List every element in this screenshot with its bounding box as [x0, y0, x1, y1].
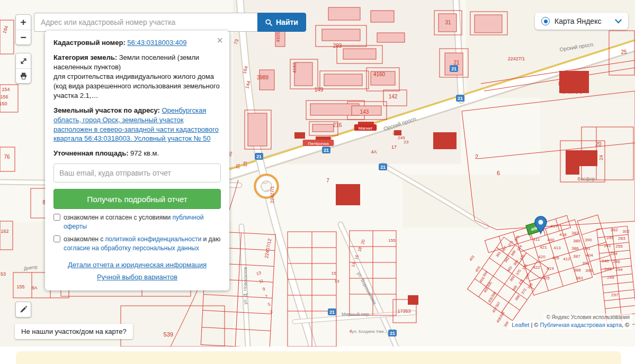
- privacy-agreement-text: ознакомлен с политикой конфиденциальност…: [64, 235, 221, 252]
- map-label: 76: [4, 154, 10, 160]
- attribution-tail: , ©: [622, 322, 629, 328]
- attribution-separator: | ©: [529, 322, 540, 328]
- map-label: 245: [606, 235, 614, 240]
- map-label: 155: [388, 238, 396, 243]
- map-label: 413: [553, 245, 561, 250]
- map-label: 420: [538, 254, 545, 259]
- panel-close-button[interactable]: ×: [216, 34, 224, 47]
- map-label: 154: [2, 87, 10, 92]
- search-button-label: Найти: [276, 18, 298, 26]
- svg-text:21: 21: [256, 154, 262, 159]
- map-label: 240: [602, 259, 609, 263]
- svg-text:21: 21: [458, 96, 463, 101]
- svg-text:21: 21: [451, 66, 457, 71]
- map-label: 31: [235, 163, 240, 169]
- map-label: 13: [335, 279, 339, 284]
- map-label: 4А: [371, 149, 377, 154]
- privacy-policy-link[interactable]: политикой конфиденциальности: [105, 235, 201, 243]
- map-label: 21: [453, 60, 460, 66]
- layer-radio[interactable]: [541, 17, 550, 25]
- offer-agreement-checkbox[interactable]: [53, 214, 60, 221]
- map-label: 216: [333, 122, 342, 128]
- offer-agreement-text: ознакомлен и согласен с условиями публич…: [64, 213, 221, 231]
- road-shield: 21: [328, 308, 336, 315]
- land-category-note: для строительства индивидуального жилого…: [53, 72, 221, 101]
- map-label: Мирный пер.: [342, 312, 370, 317]
- map-label: 283: [618, 236, 625, 241]
- report-details-link[interactable]: Детали отчета и юридическая информация: [53, 260, 221, 270]
- svg-text:21: 21: [380, 165, 386, 170]
- map-label: 255: [615, 244, 623, 249]
- map-label: 142: [389, 94, 398, 99]
- area-row: Уточненная площадь: 972 кв.м.: [53, 149, 221, 158]
- map-label: 246: [613, 259, 620, 264]
- map-label: ул. Богдана Хме...: [352, 329, 387, 334]
- map-label: 254: [610, 251, 618, 256]
- poi-chip: Пятёрочка: [303, 140, 334, 146]
- map-label: 8А: [31, 285, 37, 290]
- zoom-in-button[interactable]: +: [16, 15, 31, 30]
- map-label: 236: [392, 131, 400, 135]
- road-shield: 21: [388, 330, 397, 336]
- map-label: 422: [533, 265, 540, 270]
- road-shield: 21: [255, 153, 263, 160]
- cadastral-number-link[interactable]: 56:43:0318003:409: [127, 39, 186, 47]
- privacy-agreement-checkbox[interactable]: [53, 235, 60, 242]
- map-label: 412: [563, 257, 570, 261]
- map-label: 17353: [397, 308, 410, 314]
- map-label: 3989: [257, 75, 269, 80]
- map-label: 262: [611, 228, 618, 232]
- map-label: 155: [16, 284, 24, 289]
- map-label: Босфор: [578, 176, 595, 181]
- road-shield: 21: [450, 65, 458, 72]
- map-label: 156: [0, 94, 8, 99]
- map-label: ул. Д. Новоселов: [243, 267, 248, 304]
- layer-selected-label: Карта Яндекс: [554, 17, 610, 25]
- map-label: 22427/1: [270, 186, 275, 204]
- map-label: 241: [604, 243, 611, 248]
- manual-select-link[interactable]: Ручной выбор вариантов: [53, 272, 221, 282]
- map-label: 294: [615, 267, 623, 272]
- layer-radio-dot: [544, 20, 548, 23]
- layer-selector[interactable]: Карта Яндекс: [535, 13, 628, 30]
- privacy-agreement-row[interactable]: ознакомлен с политикой конфиденциальност…: [53, 235, 221, 252]
- map-label: 419: [547, 266, 554, 271]
- map-label: 418: [559, 232, 567, 237]
- pkk-link[interactable]: Публичная кадастровая карта: [540, 322, 622, 328]
- address-row: Земельный участок по адресу: Оренбургска…: [53, 106, 221, 144]
- map-label: 385: [573, 239, 580, 243]
- map-label: 411: [533, 237, 540, 242]
- leaflet-link[interactable]: Leaflet: [512, 322, 529, 328]
- road-shield: 21: [322, 147, 330, 153]
- map-label: 382: [571, 231, 579, 235]
- map-attribution: Leaflet | © Публичная кадастровая карта,…: [508, 321, 632, 329]
- map-label: 4: [349, 329, 352, 334]
- search-input[interactable]: [34, 13, 257, 32]
- map-label: 426: [552, 256, 559, 260]
- zoom-out-button[interactable]: −: [16, 30, 31, 44]
- area-value: 972 кв.м.: [130, 149, 159, 157]
- map-label: 6: [497, 170, 500, 176]
- email-input[interactable]: [53, 163, 221, 183]
- print-button[interactable]: [16, 68, 31, 83]
- get-report-button[interactable]: Получить подробный отчет: [53, 189, 221, 209]
- map-label: 417: [550, 224, 558, 229]
- svg-text:21: 21: [324, 148, 329, 153]
- map-label: 539: [164, 331, 173, 338]
- parcel-info-panel: × Кадастровый номер: 56:43:0318003:409 К…: [45, 31, 229, 290]
- pencil-icon: [19, 305, 28, 314]
- personal-data-link[interactable]: согласие на обработку персональных данны…: [64, 244, 199, 252]
- cadastral-map-app: 16415415615076162531558А988Днепр53754853…: [0, 0, 635, 364]
- offer-agreement-row[interactable]: ознакомлен и согласен с условиями публич…: [53, 213, 221, 231]
- map-label: 162: [1, 229, 8, 234]
- draw-button[interactable]: [15, 302, 31, 317]
- map-label: 23: [404, 140, 409, 144]
- fullscreen-button[interactable]: [16, 53, 31, 68]
- search-button[interactable]: Найти: [257, 13, 306, 32]
- not-found-hint[interactable]: Не нашли участок/дом на карте?: [15, 324, 133, 339]
- map-label: 8: [558, 81, 561, 87]
- svg-text:Пятёрочка: Пятёрочка: [308, 141, 329, 146]
- search-icon: [265, 19, 272, 26]
- map-label: 383: [576, 276, 583, 280]
- area-label: Уточненная площадь:: [53, 149, 128, 157]
